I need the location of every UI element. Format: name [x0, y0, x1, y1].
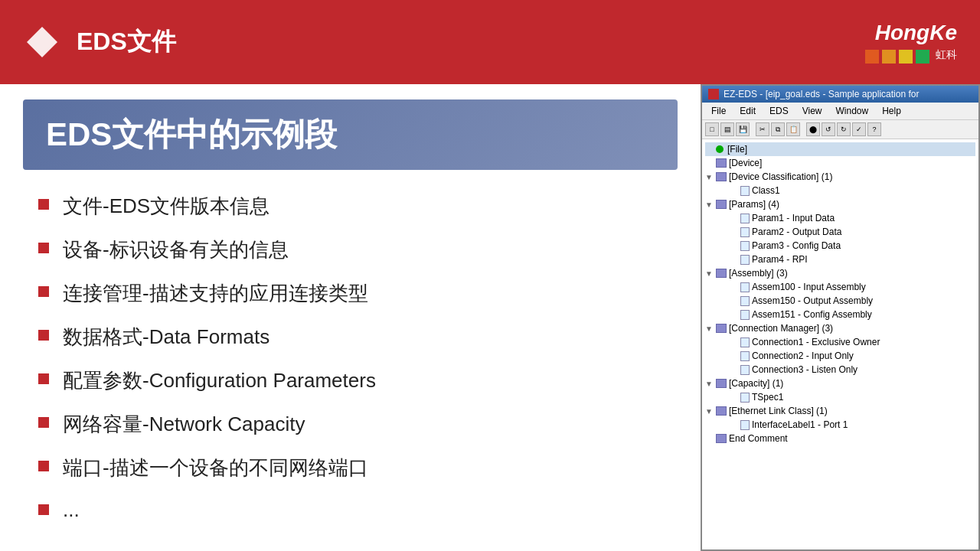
- toolbar-btn4[interactable]: ✓: [852, 122, 866, 136]
- bullet-text-3: 数据格式-Data Formats: [63, 324, 270, 350]
- tree-label-13: [Connection Manager] (3): [729, 323, 833, 334]
- tree-node-10[interactable]: Assem100 - Input Assembly: [705, 280, 975, 294]
- tree-label-11: Assem150 - Output Assembly: [752, 295, 873, 306]
- menu-item-edit[interactable]: Edit: [733, 104, 762, 118]
- bullet-marker-2: [38, 286, 49, 297]
- tree-node-1[interactable]: [Device]: [705, 156, 975, 170]
- toolbar-save[interactable]: 💾: [736, 122, 750, 136]
- logo-square-4: [916, 50, 929, 64]
- tree-expand-13[interactable]: ▼: [705, 324, 716, 333]
- logo-square-1: [865, 50, 879, 64]
- ez-tree[interactable]: [File][Device]▼[Device Classification] (…: [702, 139, 978, 549]
- tree-book-icon-13: [716, 324, 727, 333]
- tree-label-8: Param4 - RPI: [752, 254, 808, 265]
- tree-expand-17[interactable]: ▼: [705, 380, 716, 388]
- section-title: EDS文件中的示例段: [46, 116, 337, 152]
- bullet-text-1: 设备-标识设备有关的信息: [63, 236, 289, 263]
- bullet-text-4: 配置参数-Configuration Parameters: [63, 367, 376, 394]
- tree-page-icon-8: [740, 255, 750, 265]
- tree-node-20[interactable]: InterfaceLabel1 - Port 1: [705, 418, 975, 432]
- bullet-marker-1: [38, 243, 49, 253]
- bullet-item-0: 文件-EDS文件版本信息: [38, 193, 678, 220]
- tree-expand-4[interactable]: ▼: [705, 201, 716, 209]
- tree-node-16[interactable]: Connection3 - Listen Only: [705, 363, 975, 377]
- tree-node-11[interactable]: Assem150 - Output Assembly: [705, 294, 975, 308]
- tree-expand-2[interactable]: ▼: [705, 173, 716, 181]
- tree-label-16: Connection3 - Listen Only: [752, 364, 858, 375]
- menu-item-help[interactable]: Help: [876, 104, 907, 118]
- tree-book-icon-9: [716, 269, 727, 278]
- tree-node-5[interactable]: Param1 - Input Data: [705, 211, 975, 225]
- tree-node-15[interactable]: Connection2 - Input Only: [705, 349, 975, 363]
- bullet-list: 文件-EDS文件版本信息设备-标识设备有关的信息连接管理-描述支持的应用连接类型…: [23, 193, 678, 522]
- tree-book-icon-19: [716, 406, 727, 416]
- tree-book-icon-21: [716, 434, 727, 443]
- tree-label-9: [Assembly] (3): [729, 268, 788, 279]
- tree-label-15: Connection2 - Input Only: [752, 350, 854, 361]
- tree-label-1: [Device]: [729, 158, 762, 168]
- menu-item-file[interactable]: File: [705, 104, 732, 118]
- toolbar-open[interactable]: ▤: [720, 122, 734, 136]
- bullet-item-5: 网络容量-Network Capacity: [38, 411, 678, 438]
- bullet-item-6: 端口-描述一个设备的不同网络端口: [38, 455, 678, 481]
- tree-page-icon-5: [740, 214, 750, 223]
- tree-node-6[interactable]: Param2 - Output Data: [705, 225, 975, 239]
- ez-title-bar: EZ-EDS - [eip_goal.eds - Sample applicat…: [702, 86, 978, 103]
- tree-node-9[interactable]: ▼[Assembly] (3): [705, 266, 975, 280]
- bullet-text-0: 文件-EDS文件版本信息: [63, 193, 270, 220]
- toolbar-cut[interactable]: ✂: [756, 122, 769, 136]
- ez-toolbar: □ ▤ 💾 ✂ ⧉ 📋 ⬤ ↺ ↻ ✓ ?: [702, 120, 978, 139]
- tree-node-18[interactable]: TSpec1: [705, 390, 975, 404]
- tree-node-4[interactable]: ▼[Params] (4): [705, 197, 975, 211]
- toolbar-paste[interactable]: 📋: [786, 122, 800, 136]
- tree-label-14: Connection1 - Exclusive Owner: [752, 337, 880, 347]
- bullet-marker-4: [38, 373, 49, 384]
- tree-node-14[interactable]: Connection1 - Exclusive Owner: [705, 335, 975, 349]
- logo-square-3: [899, 50, 913, 64]
- tree-label-21: End Comment: [729, 433, 788, 444]
- bullet-item-7: ...: [38, 498, 678, 522]
- tree-node-12[interactable]: Assem151 - Config Assembly: [705, 308, 975, 321]
- tree-expand-19[interactable]: ▼: [705, 407, 716, 416]
- header-title: EDS文件: [77, 25, 176, 59]
- bullet-text-6: 端口-描述一个设备的不同网络端口: [63, 455, 368, 481]
- bullet-text-5: 网络容量-Network Capacity: [63, 411, 305, 438]
- logo-text: HongKe: [875, 21, 957, 45]
- ez-app-icon: [708, 89, 719, 99]
- bullet-marker-3: [38, 330, 49, 341]
- toolbar-btn5[interactable]: ?: [867, 122, 881, 136]
- tree-page-icon-7: [740, 241, 750, 251]
- tree-node-13[interactable]: ▼[Connection Manager] (3): [705, 321, 975, 335]
- bullet-marker-5: [38, 417, 49, 428]
- menu-item-view[interactable]: View: [796, 104, 828, 118]
- tree-node-2[interactable]: ▼[Device Classification] (1): [705, 170, 975, 184]
- toolbar-new[interactable]: □: [705, 122, 719, 136]
- toolbar-btn2[interactable]: ↺: [822, 122, 835, 136]
- tree-page-icon-14: [740, 337, 750, 347]
- tree-label-0: [File]: [727, 144, 747, 155]
- svg-marker-0: [27, 27, 57, 57]
- tree-node-21[interactable]: End Comment: [705, 432, 975, 445]
- toolbar-btn3[interactable]: ↻: [837, 122, 851, 136]
- bullet-marker-0: [38, 199, 49, 210]
- menu-item-eds[interactable]: EDS: [763, 104, 795, 118]
- tree-label-19: [Ethernet Link Class] (1): [729, 406, 828, 416]
- section-title-bar: EDS文件中的示例段: [23, 99, 678, 170]
- tree-expand-9[interactable]: ▼: [705, 269, 716, 278]
- tree-node-7[interactable]: Param3 - Config Data: [705, 239, 975, 253]
- tree-label-5: Param1 - Input Data: [752, 213, 835, 223]
- tree-node-8[interactable]: Param4 - RPI: [705, 253, 975, 266]
- tree-page-icon-16: [740, 365, 750, 375]
- ez-menu-bar: FileEditEDSViewWindowHelp: [702, 103, 978, 120]
- toolbar-btn1[interactable]: ⬤: [806, 122, 820, 136]
- tree-node-0[interactable]: [File]: [705, 142, 975, 156]
- tree-book-icon-1: [716, 158, 727, 168]
- tree-book-icon-17: [716, 379, 727, 388]
- tree-node-17[interactable]: ▼[Capacity] (1): [705, 377, 975, 390]
- bullet-item-2: 连接管理-描述支持的应用连接类型: [38, 280, 678, 307]
- toolbar-copy[interactable]: ⧉: [771, 122, 785, 136]
- tree-label-4: [Params] (4): [729, 199, 779, 210]
- menu-item-window[interactable]: Window: [830, 104, 875, 118]
- tree-node-3[interactable]: Class1: [705, 184, 975, 197]
- tree-node-19[interactable]: ▼[Ethernet Link Class] (1): [705, 404, 975, 418]
